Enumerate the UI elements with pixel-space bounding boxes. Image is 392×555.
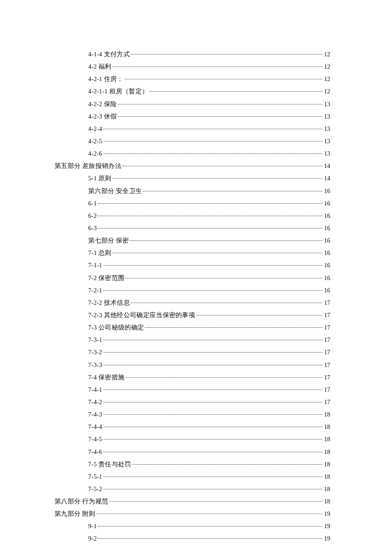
toc-page-number: 18: [323, 496, 331, 507]
toc-leader-dots: [103, 452, 323, 452]
toc-entry: 7-2-116: [88, 285, 330, 296]
toc-entry: 7-5-118: [88, 471, 330, 482]
toc-label: 第六部分 安全卫生: [88, 186, 142, 197]
toc-entry: 7-1-116: [88, 260, 330, 271]
toc-leader-dots: [132, 464, 323, 465]
toc-page-number: 17: [323, 310, 331, 321]
toc-leader-dots: [103, 414, 323, 415]
toc-page-number: 16: [323, 223, 331, 234]
toc-entry: 4-2-2 保险13: [88, 99, 330, 110]
toc-label: 7-2-3 其他经公司确定应当保密的事项: [88, 310, 195, 321]
toc-label: 6-3: [88, 223, 97, 234]
toc-page-number: 18: [323, 434, 331, 445]
toc-entry: 7-4-217: [88, 397, 330, 408]
toc-page-number: 12: [323, 49, 331, 60]
toc-entry: 7-4-418: [88, 422, 330, 432]
toc-entry: 4-2-1-1 租房（暂定）12: [88, 86, 330, 97]
toc-label: 7-2-2 技术信息: [88, 298, 130, 308]
toc-leader-dots: [103, 489, 323, 489]
toc-page-number: 17: [323, 347, 331, 358]
toc-page-number: 19: [323, 533, 331, 544]
toc-leader-dots: [122, 166, 323, 166]
toc-label: 7-4-6: [88, 447, 102, 457]
toc-leader-dots: [118, 116, 322, 117]
toc-leader-dots: [143, 191, 322, 191]
toc-page-number: 18: [323, 409, 331, 420]
toc-label: 7-2 保密范围: [88, 273, 124, 283]
toc-leader-dots: [145, 327, 322, 328]
toc-entry: 4-2 福利12: [88, 61, 330, 72]
toc-entry: 5-1 原则14: [88, 173, 330, 184]
toc-page-number: 14: [323, 173, 331, 184]
toc-label: 7-5-1: [88, 471, 102, 482]
toc-page-number: 18: [323, 459, 331, 470]
toc-entry: 6-316: [88, 223, 330, 234]
toc-leader-dots: [131, 54, 322, 55]
toc-leader-dots: [103, 427, 323, 427]
toc-leader-dots: [103, 390, 323, 390]
toc-leader-dots: [125, 278, 322, 278]
toc-leader-dots: [98, 228, 322, 228]
toc-entry: 6-216: [88, 211, 330, 221]
toc-page-number: 17: [323, 298, 331, 308]
toc-entry: 4-2-413: [88, 124, 330, 134]
toc-entry: 7-5 责任与处罚18: [88, 459, 330, 470]
toc-label: 7-1 总则: [88, 248, 112, 258]
toc-entry: 第九部分 附则19: [55, 509, 330, 519]
toc-entry: 4-2-1 住房：12: [88, 74, 330, 84]
toc-page-number: 19: [323, 521, 331, 532]
toc-page-number: 17: [323, 384, 331, 395]
table-of-contents: 4-1-4 支付方式124-2 福利124-2-1 住房：124-2-1-1 租…: [55, 49, 330, 544]
toc-label: 5-1 原则: [88, 173, 112, 184]
toc-page-number: 16: [323, 235, 331, 246]
toc-label: 4-2-1 住房：: [88, 74, 124, 84]
toc-page-number: 18: [323, 422, 331, 432]
toc-page-number: 16: [323, 186, 331, 197]
toc-entry: 第六部分 安全卫生16: [88, 186, 330, 197]
toc-page-number: 19: [323, 509, 331, 519]
toc-page-number: 17: [323, 360, 331, 370]
toc-leader-dots: [109, 501, 322, 502]
toc-leader-dots: [196, 315, 322, 315]
toc-entry: 7-3-217: [88, 347, 330, 358]
toc-leader-dots: [103, 129, 323, 129]
toc-label: 7-1-1: [88, 260, 102, 271]
toc-leader-dots: [103, 265, 323, 266]
toc-entry: 7-3-117: [88, 335, 330, 345]
toc-page-number: 17: [323, 372, 331, 383]
toc-label: 4-2-6: [88, 148, 102, 159]
toc-page-number: 16: [323, 198, 331, 209]
toc-entry: 第八部分 行为规范18: [55, 496, 330, 507]
toc-leader-dots: [149, 91, 322, 92]
toc-entry: 7-4-318: [88, 409, 330, 420]
toc-label: 4-2 福利: [88, 61, 112, 72]
toc-label: 4-1-4 支付方式: [88, 49, 130, 60]
toc-label: 7-3 公司秘级的确定: [88, 322, 144, 333]
toc-label: 7-4 保密措施: [88, 372, 124, 383]
toc-entry: 7-2 保密范围16: [88, 273, 330, 283]
toc-label: 4-2-4: [88, 124, 102, 134]
toc-leader-dots: [125, 377, 322, 378]
toc-page-number: 13: [323, 148, 331, 159]
toc-page-number: 14: [323, 161, 331, 171]
toc-label: 7-4-1: [88, 384, 102, 395]
toc-label: 7-4-4: [88, 422, 102, 432]
toc-leader-dots: [103, 290, 323, 291]
toc-label: 4-2-2 保险: [88, 99, 117, 110]
toc-entry: 6-116: [88, 198, 330, 209]
toc-page-number: 16: [323, 260, 331, 271]
toc-label: 4-2-1-1 租房（暂定）: [88, 86, 148, 97]
toc-entry: 4-2-613: [88, 148, 330, 159]
toc-page-number: 16: [323, 248, 331, 258]
toc-page-number: 18: [323, 447, 331, 457]
toc-label: 7-3-2: [88, 347, 102, 358]
toc-label: 9-2: [88, 533, 97, 544]
toc-page-number: 17: [323, 397, 331, 408]
toc-leader-dots: [98, 216, 322, 216]
toc-leader-dots: [112, 178, 323, 179]
toc-leader-dots: [131, 303, 322, 303]
toc-leader-dots: [98, 526, 322, 526]
toc-label: 第八部分 行为规范: [55, 496, 108, 507]
toc-entry: 7-3 公司秘级的确定17: [88, 322, 330, 333]
toc-label: 4-2-5: [88, 136, 102, 147]
